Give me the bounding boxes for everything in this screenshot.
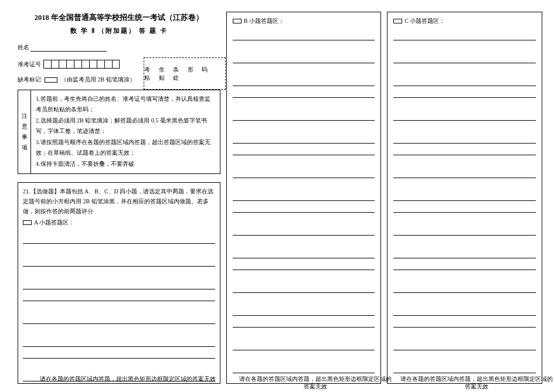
exam-no-cell[interactable] xyxy=(51,60,59,69)
exam-no-cell[interactable] xyxy=(43,60,51,69)
footer-note-2: 请在各题的答题区域内答题，超出黑色矩形边框限定区域的答案无效 xyxy=(237,376,393,391)
section-b-head: B 小题答题区： xyxy=(227,12,381,28)
exam-number-label: 准考证号 xyxy=(18,60,41,69)
q21-a-row: A 小题答题区： xyxy=(23,217,215,227)
exam-no-cell[interactable] xyxy=(81,60,89,69)
exam-no-cell[interactable] xyxy=(59,60,66,69)
exam-no-cell[interactable] xyxy=(66,60,74,69)
exam-no-cell[interactable] xyxy=(97,60,104,69)
section-c-head: C 小题答题区： xyxy=(388,12,542,28)
notice-item: 2.选择题必须用 2B 铅笔填涂；解答题必须用 0.5 毫米黑色签字笔书写，字体… xyxy=(36,115,215,137)
name-label: 姓名 xyxy=(18,43,29,52)
q21-box: 21.【选做题】本题包括 A、B、C、D 四小题，请选定其中两题，要求在选定题号… xyxy=(18,182,220,384)
main-title: 2018 年全国普通高等学校招生统一考试（江苏卷） xyxy=(18,13,220,23)
barcode-box: 考 生 条 形 码 粘 贴 处 xyxy=(144,57,226,90)
notice-box: 注 意 事 项 1.答题前，考生先将自己的姓名、准考证号填写清楚，并认真核查监考… xyxy=(18,90,220,174)
checkbox-b[interactable] xyxy=(233,19,242,23)
notice-item: 1.答题前，考生先将自己的姓名、准考证号填写清楚，并认真核查监考员所粘贴的条形码… xyxy=(36,94,215,115)
column-2: B 小题答题区： xyxy=(226,12,382,384)
footer-note-3: 请在各题的答题区域内答题，超出黑色矩形边框限定区域的答案无效 xyxy=(399,376,554,391)
absent-checkbox[interactable] xyxy=(45,77,57,83)
exam-number-grid[interactable] xyxy=(43,60,120,69)
notice-side-char: 事 xyxy=(22,132,28,142)
exam-no-cell[interactable] xyxy=(112,60,120,69)
answer-lines-b[interactable] xyxy=(233,29,375,379)
notice-body: 1.答题前，考生先将自己的姓名、准考证号填写清楚，并认真核查监考员所粘贴的条形码… xyxy=(31,90,220,173)
absent-note: （由监考员用 2B 铅笔填涂） xyxy=(61,76,135,84)
absent-label: 缺考标记 xyxy=(18,76,41,84)
answer-lines-a[interactable] xyxy=(23,232,215,383)
notice-item: 4.保持卡面清洁，不要折叠，不要弄破 xyxy=(36,159,215,169)
answer-lines-c[interactable] xyxy=(393,29,536,379)
exam-no-cell[interactable] xyxy=(104,60,112,69)
q21-text: 21.【选做题】本题包括 A、B、C、D 四小题，请选定其中两题，要求在选定题号… xyxy=(23,186,215,216)
exam-no-cell[interactable] xyxy=(74,60,81,69)
sub-title: 数 学 Ⅱ （附加题） 答 题 卡 xyxy=(18,26,220,35)
footer: 请在各题的答题区域内答题，超出黑色矩形边框限定区域的答案无效 请在各题的答题区域… xyxy=(0,376,554,391)
notice-side-char: 意 xyxy=(22,121,28,132)
section-c-label: C 小题答题区： xyxy=(405,17,445,25)
exam-no-cell[interactable] xyxy=(89,60,97,69)
checkbox-c[interactable] xyxy=(393,19,402,23)
checkbox-a[interactable] xyxy=(23,220,32,225)
notice-side-label: 注 意 事 项 xyxy=(18,90,31,173)
notice-item: 3.请按照题号顺序在各题的答题区域内答题，超出答题区域的答案无效；在草稿纸、试题… xyxy=(36,137,215,158)
name-input-line[interactable] xyxy=(30,45,107,52)
q21-a-label: A 小题答题区： xyxy=(34,217,74,227)
notice-side-char: 注 xyxy=(22,111,28,121)
column-3: C 小题答题区： xyxy=(387,12,542,384)
footer-note-1: 请在各题的答题区域内答题，超出黑色矩形边框限定区域的答案无效 xyxy=(18,376,237,391)
section-b-label: B 小题答题区： xyxy=(244,17,284,25)
barcode-label: 考 生 条 形 码 粘 贴 处 xyxy=(144,66,225,82)
name-row: 姓名 xyxy=(18,43,220,52)
column-1: 2018 年全国普通高等学校招生统一考试（江苏卷） 数 学 Ⅱ （附加题） 答 … xyxy=(18,12,220,384)
notice-side-char: 项 xyxy=(22,142,28,153)
